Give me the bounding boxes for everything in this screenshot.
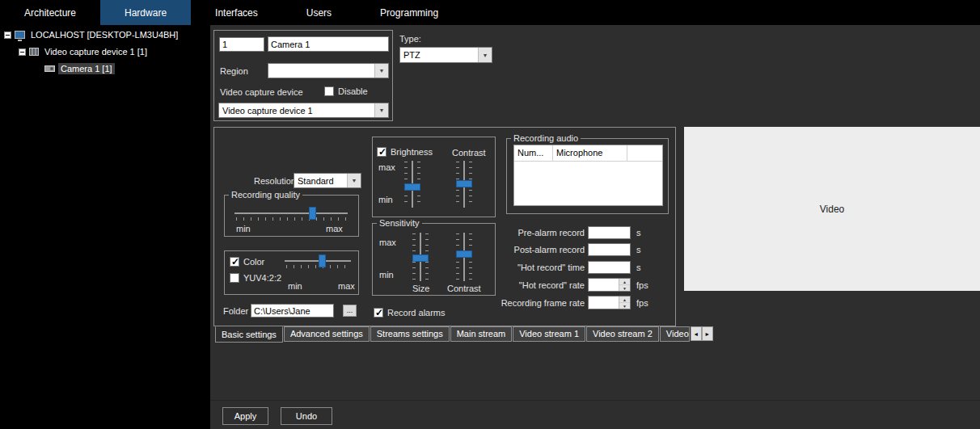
- tree-item-label: LOCALHOST [DESKTOP-LM3U4BH]: [28, 29, 180, 40]
- recording-audio-group: Recording audio Num... Microphone: [506, 133, 669, 214]
- bottom-divider: [210, 400, 980, 401]
- camera-name-field[interactable]: [268, 36, 389, 52]
- slider-handle[interactable]: [319, 254, 326, 267]
- min-label: min: [288, 281, 302, 291]
- tree-item-localhost[interactable]: LOCALHOST [DESKTOP-LM3U4BH]: [0, 27, 210, 42]
- post-alarm-record-field[interactable]: [588, 243, 631, 256]
- yuv-checkbox[interactable]: [230, 273, 239, 283]
- chevron-down-icon[interactable]: ▼: [478, 48, 492, 62]
- type-select[interactable]: PTZ ▼: [399, 47, 492, 63]
- capture-device-label: Video capture device: [220, 87, 303, 97]
- collapse-icon[interactable]: [4, 32, 11, 39]
- record-alarms-checkbox[interactable]: [374, 308, 383, 318]
- collapse-icon[interactable]: [19, 48, 26, 56]
- chevron-down-icon[interactable]: ▼: [347, 174, 361, 187]
- recording-frame-rate-field[interactable]: [589, 297, 619, 309]
- brightness-checkbox-row[interactable]: Brightness: [377, 147, 433, 157]
- disable-label: Disable: [338, 86, 368, 96]
- tree-item-camera[interactable]: Camera 1 [1]: [0, 61, 210, 76]
- min-label: min: [378, 195, 393, 204]
- tab-video-stream-2[interactable]: Video stream 2: [586, 326, 659, 342]
- recording-quality-slider[interactable]: [234, 206, 348, 224]
- menu-item-programming[interactable]: Programming: [356, 0, 463, 25]
- audio-col-num[interactable]: Num...: [514, 145, 553, 161]
- chevron-down-icon[interactable]: ▼: [374, 103, 388, 117]
- hot-record-rate-spinner[interactable]: ▲ ▼: [588, 278, 631, 292]
- slider-handle[interactable]: [404, 183, 420, 191]
- hot-record-rate-label: "Hot record" rate: [499, 280, 585, 290]
- hot-record-rate-field[interactable]: [589, 279, 619, 291]
- tab-video-stream-1[interactable]: Video stream 1: [513, 326, 585, 342]
- tab-basic-settings[interactable]: Basic settings: [215, 326, 283, 343]
- post-alarm-record-label: Post-alarm record: [499, 245, 585, 254]
- color-checkbox[interactable]: [230, 257, 239, 267]
- hot-record-rate-row: "Hot record" rate ▲ ▼ fps: [499, 278, 685, 292]
- recording-audio-table[interactable]: Num... Microphone: [513, 145, 663, 206]
- hot-record-time-row: "Hot record" time s: [499, 261, 685, 274]
- menu-item-interfaces[interactable]: Interfaces: [191, 0, 282, 25]
- folder-label: Folder: [223, 306, 248, 316]
- tab-video-stream-3[interactable]: Video: [660, 326, 690, 342]
- spin-down-icon[interactable]: ▼: [619, 285, 630, 291]
- color-slider[interactable]: [285, 254, 351, 271]
- yuv-checkbox-row[interactable]: YUV4:2:2: [230, 273, 281, 283]
- tab-streams-settings[interactable]: Streams settings: [370, 326, 450, 342]
- camera-icon: [44, 65, 55, 72]
- undo-button[interactable]: Undo: [281, 407, 332, 425]
- tree-item-label: Video capture device 1 [1]: [42, 46, 150, 57]
- sensitivity-contrast-slider[interactable]: [454, 233, 475, 281]
- computer-icon: [15, 31, 25, 39]
- record-alarms-checkbox-row[interactable]: Record alarms: [374, 308, 446, 318]
- brightness-checkbox[interactable]: [377, 147, 387, 157]
- tab-advanced-settings[interactable]: Advanced settings: [284, 326, 370, 342]
- settings-tab-strip: Basic settings Advanced settings Streams…: [215, 326, 713, 343]
- resolution-select-value: Standard: [294, 174, 347, 187]
- capture-device-select[interactable]: Video capture device 1 ▼: [218, 103, 389, 118]
- unit-label: fps: [636, 280, 648, 290]
- type-select-value: PTZ: [400, 48, 478, 62]
- spinner-buttons: ▲ ▼: [619, 279, 630, 291]
- region-select[interactable]: ▼: [268, 63, 389, 78]
- tab-scroll-left-icon[interactable]: ◄: [691, 326, 702, 341]
- sensitivity-size-slider[interactable]: [410, 233, 431, 281]
- spin-up-icon[interactable]: ▲: [619, 297, 630, 303]
- top-menu-bar: Architecture Hardware Interfaces Users P…: [0, 0, 980, 25]
- slider-handle[interactable]: [309, 207, 316, 220]
- slider-handle[interactable]: [412, 254, 429, 262]
- camera-number-field[interactable]: [219, 37, 264, 52]
- audio-table-header: Num... Microphone: [514, 145, 662, 162]
- yuv-label: YUV4:2:2: [243, 273, 281, 283]
- hot-record-time-field[interactable]: [588, 261, 631, 274]
- tree-item-capture-device[interactable]: Video capture device 1 [1]: [0, 44, 210, 59]
- disable-checkbox[interactable]: [324, 86, 334, 96]
- browse-button[interactable]: ...: [343, 305, 357, 317]
- chevron-down-icon[interactable]: ▼: [374, 64, 388, 78]
- tab-scroll-right-icon[interactable]: ►: [702, 326, 713, 341]
- contrast-slider[interactable]: [454, 161, 475, 208]
- menu-item-architecture[interactable]: Architecture: [0, 0, 100, 25]
- min-label: min: [379, 270, 394, 280]
- recording-frame-rate-spinner[interactable]: ▲ ▼: [588, 296, 631, 309]
- disable-checkbox-row[interactable]: Disable: [324, 86, 368, 96]
- audio-col-microphone[interactable]: Microphone: [553, 145, 627, 161]
- tab-main-stream[interactable]: Main stream: [450, 326, 513, 342]
- color-checkbox-row[interactable]: Color: [230, 257, 264, 267]
- pre-alarm-record-field[interactable]: [588, 226, 631, 239]
- folder-field[interactable]: [251, 304, 334, 318]
- spin-up-icon[interactable]: ▲: [619, 279, 630, 285]
- menu-item-hardware[interactable]: Hardware: [100, 0, 191, 25]
- spin-down-icon[interactable]: ▼: [619, 303, 630, 309]
- slider-handle[interactable]: [456, 250, 472, 258]
- brightness-slider[interactable]: [402, 161, 423, 208]
- menu-item-users[interactable]: Users: [282, 0, 356, 25]
- resolution-label: Resolution: [254, 176, 296, 186]
- resolution-select[interactable]: Standard ▼: [294, 173, 361, 188]
- post-alarm-record-row: Post-alarm record s: [499, 243, 685, 256]
- tree-item-label: Camera 1 [1]: [58, 63, 115, 74]
- size-label: Size: [412, 284, 429, 293]
- max-label: max: [379, 238, 396, 247]
- recording-frame-rate-row: Recording frame rate ▲ ▼ fps: [499, 296, 685, 309]
- apply-button[interactable]: Apply: [222, 407, 268, 425]
- slider-handle[interactable]: [456, 180, 472, 187]
- hot-record-time-label: "Hot record" time: [499, 263, 585, 272]
